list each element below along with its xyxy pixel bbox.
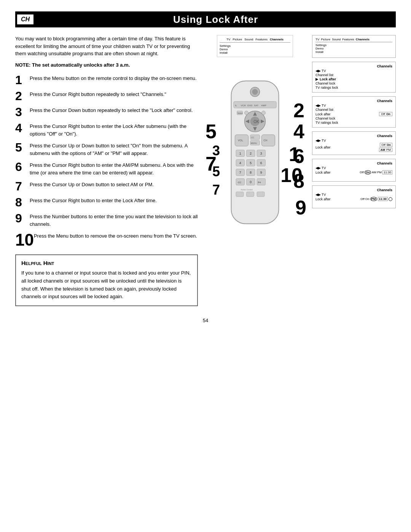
d2-lockafter: ▶Lock after — [315, 77, 392, 81]
menu-features: Features — [255, 38, 268, 41]
d2-channellist: Channel list — [315, 73, 392, 77]
svg-text:VCR: VCR — [241, 104, 246, 107]
step-text-3: Press the Cursor Down button repeatedly … — [30, 105, 193, 114]
d2-header: Channels — [315, 64, 392, 68]
step-9: 9 Press the Number buttons to enter the … — [15, 211, 198, 228]
helpful-hint-box: Helpful Hint If you tune to a channel or… — [15, 254, 198, 306]
step-6: 6 Press the Cursor Right button to enter… — [15, 160, 198, 176]
remote-digit-4: 4 — [293, 120, 304, 143]
top-menu-bar: TV Picture Sound Features Channels — [220, 38, 290, 43]
d2-tv-row: ◀▶ TV — [315, 69, 392, 73]
step-text-10: Press the Menu button to remove the on-s… — [34, 231, 197, 240]
d3-off: Off — [381, 112, 385, 116]
d1-tv: TV — [315, 38, 319, 41]
d4-on: On — [387, 143, 391, 147]
step-7: 7 Press the Cursor Up or Down button to … — [15, 179, 198, 192]
d5-options: Off On AM PM 11:30 — [360, 170, 392, 174]
menu-sound: Sound — [244, 38, 253, 41]
d5-on-circle: On — [365, 170, 371, 174]
svg-text:1: 1 — [239, 152, 241, 155]
d3-on: On — [386, 112, 390, 116]
page-header: CH Using Lock After — [15, 11, 396, 27]
d5-off: Off — [360, 171, 364, 174]
step-text-2: Press the Cursor Right button repeatedly… — [30, 89, 166, 98]
d3-lockafter-row: Lock after Off On — [315, 112, 392, 116]
d1-demo: Demo — [315, 47, 392, 50]
menu-diagram-3: Channels ◀▶TV Channel list Lock after Of… — [312, 96, 396, 128]
step-2: 2 Press the Cursor Right button repeated… — [15, 89, 198, 102]
menu-diagram-1: TV Picture Sound Features Channels Setti… — [312, 35, 396, 58]
remote-digit-2: 2 — [293, 99, 304, 122]
d1-channels: Channels — [356, 38, 370, 41]
step-number-9: 9 — [15, 212, 30, 224]
remote-svg: IL VCR DVD SAT AMP OK Select — [226, 61, 284, 244]
d4-offon: Off On — [380, 143, 392, 147]
d1-settings: Settings — [315, 43, 392, 47]
svg-text:P4: P4 — [258, 181, 261, 184]
svg-text:8: 8 — [250, 171, 252, 174]
intro-paragraph: You may want to block programming after … — [15, 35, 198, 58]
svg-text:CH: CH — [264, 139, 268, 142]
d2-arrow: ◀▶ — [315, 69, 321, 73]
svg-text:SAT: SAT — [254, 104, 259, 107]
remote-digit-5: 5 — [206, 120, 217, 143]
svg-text:Select: Select — [237, 112, 243, 114]
d4-onoff-ampm: Off On AM PM — [379, 143, 392, 152]
svg-text:AMP: AMP — [261, 104, 266, 107]
d6-tv: ◀▶TV — [315, 193, 392, 197]
step-4: 4 Press the Cursor Right button to enter… — [15, 121, 198, 137]
svg-rect-55 — [257, 192, 264, 197]
d6-on: On — [365, 197, 370, 201]
d5-lockafter-row: Lock after Off On AM PM 11:30 — [315, 170, 392, 174]
d4-tv: ◀▶TV — [315, 139, 392, 142]
center-column: TV Picture Sound Features Channels Setti… — [206, 35, 304, 306]
svg-rect-53 — [236, 192, 244, 197]
step-number-1: 1 — [15, 74, 30, 86]
d6-lockafter: Lock after — [315, 197, 331, 201]
right-column: TV Picture Sound Features Channels Setti… — [312, 35, 396, 306]
menu-demo: Demo — [220, 48, 231, 51]
remote-digit-7b: 7 — [212, 182, 220, 198]
d6-pm-circle: PM — [370, 197, 377, 201]
svg-text:5: 5 — [250, 161, 252, 165]
d3-lockafter-label: Lock after — [315, 112, 331, 116]
d6-circle-icon — [389, 197, 392, 201]
d3-tvratings: TV ratings lock — [315, 121, 392, 125]
d3-tv: ◀▶TV — [315, 104, 392, 107]
menu-diagram-5: Channels ◀▶TV Lock after Off On AM PM 11… — [312, 159, 396, 182]
step-number-3: 3 — [15, 106, 30, 118]
note-text: NOTE: The set automatically unlocks afte… — [15, 61, 198, 69]
menu-diagram-2: Channels ◀▶ TV Channel list ▶Lock after … — [312, 62, 396, 93]
step-10: 10 Press the Menu button to remove the o… — [15, 231, 198, 248]
d1-sound: Sound — [332, 38, 341, 41]
step-number-2: 2 — [15, 90, 30, 102]
step-text-1: Press the Menu button on the remote cont… — [30, 73, 197, 82]
step-8: 8 Press the Cursor Right button to enter… — [15, 195, 198, 208]
svg-text:6: 6 — [260, 161, 262, 165]
svg-point-2 — [252, 89, 258, 95]
svg-text:7: 7 — [239, 171, 241, 174]
svg-text:MENU: MENU — [251, 142, 257, 144]
step-text-7: Press the Cursor Up or Down button to se… — [30, 179, 154, 189]
steps-list: 1 Press the Menu button on the remote co… — [15, 73, 198, 248]
svg-text:4: 4 — [239, 161, 241, 165]
step-text-5: Press the Cursor Up or Down button to se… — [30, 141, 198, 157]
menu-body: Settings Demo Install — [220, 44, 290, 54]
d4-pm: PM — [386, 148, 391, 152]
svg-text:CC: CC — [238, 181, 242, 184]
remote-digit-3: 3 — [212, 143, 220, 159]
d1-features: Features — [342, 38, 354, 41]
d6-header: Channels — [315, 188, 392, 192]
remote-digit-1: 1 — [289, 143, 300, 166]
step-5: 5 Press the Cursor Up or Down button to … — [15, 141, 198, 157]
d5-am: AM — [372, 171, 376, 174]
step-number-7: 7 — [15, 180, 30, 192]
d5-time-box: 11:30 — [382, 170, 392, 174]
svg-text:CC: CC — [251, 136, 254, 139]
d5-pm: PM — [377, 171, 382, 174]
svg-text:IL: IL — [235, 104, 237, 107]
svg-text:9: 9 — [260, 171, 262, 174]
d2-channellock: Channel lock — [315, 81, 392, 85]
remote-digit-5b: 5 — [212, 164, 220, 180]
menu-diagram-6: Channels ◀▶TV Lock after Off On PM 11:30 — [312, 185, 396, 208]
